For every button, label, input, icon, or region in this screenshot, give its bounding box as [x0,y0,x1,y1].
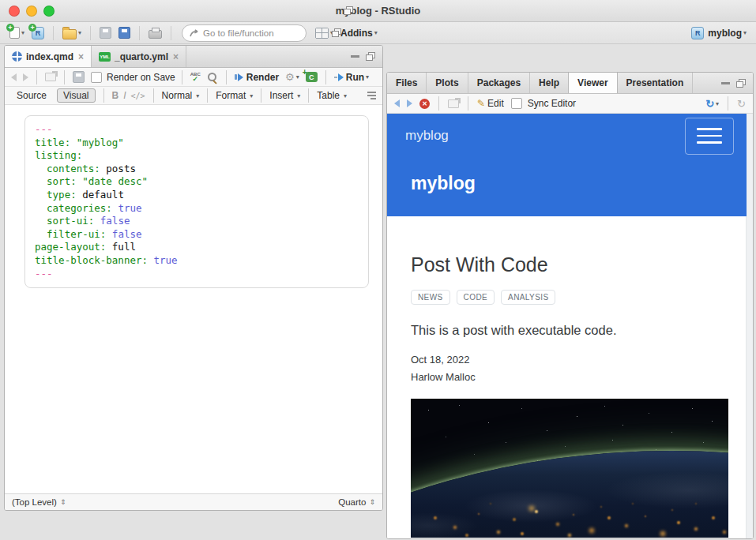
titlebar: myblog - RStudio [0,0,756,22]
viewer-pane: Files Plots Packages Help Viewer Present… [386,72,754,539]
city-lights-decoration [411,399,412,400]
chevron-down-icon: ▾ [296,73,299,81]
zoom-window-button[interactable] [43,6,55,17]
sync-icon: ↻ [705,99,714,109]
close-icon[interactable]: × [78,51,84,62]
render-icon [235,73,243,81]
addins-button[interactable]: Addins▾ [339,24,379,42]
stop-icon: ✕ [419,99,430,109]
tab-viewer[interactable]: Viewer [569,73,617,93]
save-document-button[interactable] [71,69,86,86]
maximize-pane-icon[interactable] [736,79,746,88]
tab-packages[interactable]: Packages [468,73,530,93]
tab-help[interactable]: Help [530,73,569,93]
new-project-icon: R+ [32,27,44,39]
render-on-save-checkbox[interactable] [89,69,103,86]
back-arrow-icon [394,99,400,107]
blog-title-banner: myblog [387,158,747,216]
new-project-button[interactable]: R+ [30,24,46,42]
tab-plots[interactable]: Plots [427,73,468,93]
checkbox-icon [91,72,102,83]
category-badge[interactable]: ANALYSIS [501,290,555,305]
visual-mode-button[interactable]: Visual [57,88,95,103]
editor-statusbar: (Top Level)⇕ Quarto⇕ [5,493,382,510]
tab-presentation[interactable]: Presentation [618,73,694,93]
viewer-stop-button[interactable]: ✕ [418,95,431,112]
goto-file-input[interactable]: Go to file/function [182,24,307,42]
scope-selector[interactable]: (Top Level)⇕ [12,497,66,507]
hamburger-menu-button[interactable] [685,118,734,155]
close-icon[interactable]: × [173,51,179,62]
viewer-refresh-button[interactable]: ↻ [735,95,747,112]
category-badge[interactable]: CODE [457,290,495,305]
chevron-down-icon: ▾ [743,29,747,36]
filetype-selector[interactable]: Quarto⇕ [338,497,375,507]
new-file-button[interactable]: +▾ [8,24,26,42]
editor-toolbar: Render on Save ABC✓ Render ⚙▾ C Run▾ [5,68,382,87]
open-in-window-button[interactable] [43,69,58,86]
code-button[interactable]: </> [131,92,145,100]
project-menu-button[interactable]: Rmyblog▾ [690,24,748,42]
viewer-content: myblog myblog Post With Code NEWS CODE A… [387,114,753,538]
minimize-pane-icon[interactable] [721,82,730,84]
tab-index-qmd[interactable]: index.qmd × [5,46,92,67]
chevron-down-icon: ▾ [78,29,81,36]
sync-editor-checkbox[interactable] [510,95,524,112]
restore-pane-icon[interactable] [344,6,353,15]
paragraph-style-dropdown[interactable]: Normal▾ [162,90,200,101]
render-options-button[interactable]: ⚙▾ [284,69,301,86]
blog-banner-title: myblog [411,173,476,194]
chevron-down-icon: ▾ [196,92,199,99]
blog-navbar: myblog [387,114,747,158]
viewer-back-button[interactable] [393,95,401,112]
viewer-edit-button[interactable]: ✎Edit [476,95,506,112]
viewer-popout-button[interactable] [446,95,461,112]
source-mode-button[interactable]: Source [11,89,52,102]
open-folder-icon [62,29,77,39]
italic-button[interactable]: I [123,90,126,101]
close-window-button[interactable] [9,6,20,17]
print-button[interactable] [147,24,164,42]
forward-arrow-icon [23,73,28,81]
blog-navbar-title[interactable]: myblog [405,128,449,144]
project-icon: R [691,27,704,39]
insert-chunk-button[interactable]: C [304,69,319,86]
code-block[interactable]: ---title: "myblog"listing: contents: pos… [24,115,369,288]
updown-icon: ⇕ [60,498,66,506]
spellcheck-button[interactable]: ABC✓ [189,69,202,86]
open-file-button[interactable]: ▾ [61,24,83,42]
minimize-pane-icon[interactable] [351,55,359,58]
popup-window-icon [448,99,459,108]
back-button[interactable] [9,69,18,86]
visual-editor-canvas[interactable]: ---title: "myblog"listing: contents: pos… [5,105,382,493]
save-all-icon [118,27,130,39]
viewer-sync-button[interactable]: ↻▾ [704,95,720,112]
traffic-lights [9,6,55,17]
save-button[interactable] [98,24,113,42]
render-button[interactable]: Render [233,69,280,86]
find-replace-button[interactable] [205,69,220,86]
restore-pane-icon[interactable] [332,28,341,37]
outline-toggle-icon[interactable] [367,92,376,99]
insert-menu[interactable]: Insert▾ [269,90,300,101]
category-badge[interactable]: NEWS [411,290,450,305]
tab-quarto-yml[interactable]: YML _quarto.yml × [92,46,186,67]
table-menu[interactable]: Table▾ [317,90,347,101]
bold-button[interactable]: B [112,90,119,101]
save-all-button[interactable] [117,24,132,42]
viewer-scrollbar[interactable] [746,114,753,538]
maximize-pane-icon[interactable] [366,52,375,61]
viewer-forward-button[interactable] [405,95,414,112]
quarto-file-icon [12,51,22,62]
post-date: Oct 18, 2022 [411,351,721,369]
format-menu[interactable]: Format▾ [216,90,253,101]
chevron-down-icon: ▾ [297,92,300,99]
source-pane: index.qmd × YML _quarto.yml × Render on … [4,45,383,511]
minimize-window-button[interactable] [26,6,37,17]
checkbox-icon [511,98,522,109]
tab-files[interactable]: Files [387,73,427,93]
insert-chunk-icon: C [306,72,318,82]
forward-button[interactable] [21,69,30,86]
run-button[interactable]: Run▾ [333,69,370,86]
viewer-toolbar: ✕ ✎Edit Sync Editor ↻▾ ↻ [387,94,753,114]
